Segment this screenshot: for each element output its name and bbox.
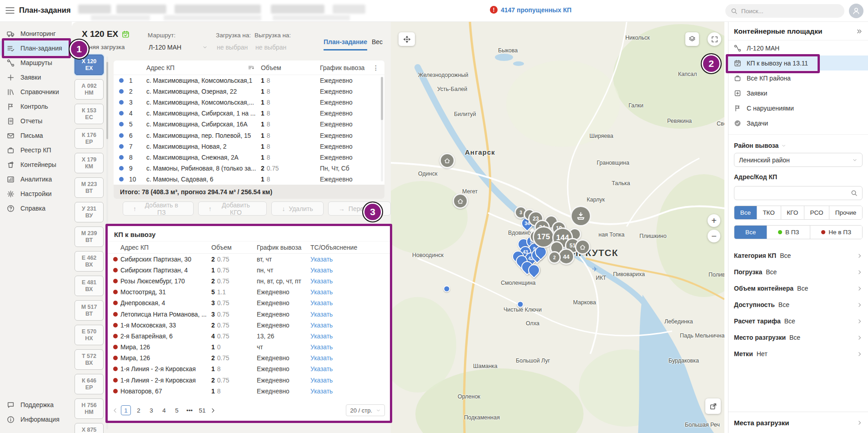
sidebar-item-help[interactable]: Справка [0,201,72,216]
sidebar-item-information[interactable]: Информация [0,412,72,427]
table-row[interactable]: 7 с. Максимовщина, Новая, 2 18 Ежедневно [114,141,384,152]
action-button[interactable]: ↑ Добавить в ПЗ [123,201,194,216]
vehicle-plate-card[interactable]: У 231 ВУ [75,202,104,222]
export-map-button[interactable] [705,398,721,414]
sidebar-item-settings[interactable]: Настройки [0,186,72,201]
page-number[interactable]: 1 [121,405,131,415]
layer-item-kp-for-pickup[interactable]: КП к вывозу на 13.11 [728,55,868,70]
table-row[interactable]: 3 с. Максимовщина, Комсомольская,... 18 … [114,97,384,108]
filter-row[interactable]: Метки Нет [728,346,868,362]
action-button[interactable]: ↑ Добавить КГО [198,201,267,216]
table-row[interactable]: Днепровская, 4 30.75 Ежедневно Указать [108,298,390,309]
specify-link[interactable]: Указать [310,322,390,329]
filter-row[interactable]: Объем контейнера Все [728,280,868,297]
layer-item-violations[interactable]: С нарушениями [728,101,868,116]
table-row[interactable]: 8 с. Максимовщина, Снежная, 2А 18 Ежедне… [114,152,384,163]
home-marker-icon[interactable] [575,239,590,255]
column-address[interactable]: Адрес КП [146,64,175,71]
table-row[interactable]: 1-я Линия - 2-я Кировская 18 Ежедневно У… [108,364,390,375]
sidebar-item-control[interactable]: Контроль [0,99,72,114]
action-button[interactable]: → Перенести [328,201,391,216]
sort-icon[interactable] [248,64,254,71]
table-row[interactable]: Мира, 126 20.75 Ежедневно Указать [108,353,390,364]
table-row[interactable]: 1 с. Максимовщина, Комсомольская,1 18 Еж… [114,75,384,86]
specify-link[interactable]: Указать [310,300,390,307]
collapse-panel-icon[interactable] [856,28,863,35]
page-size-select[interactable]: 20 / стр. [346,404,385,416]
vehicle-plate-card[interactable]: Х 179 КМ [75,153,104,173]
pan-tool-button[interactable] [399,32,415,46]
map-canvas[interactable]: БыковаНикольскЖелезнодорожныйУсть-БалейК… [390,22,724,433]
district-select[interactable]: Ленинский район [734,153,863,167]
column-schedule[interactable]: График вывоза [320,64,373,71]
specify-link[interactable]: Указать [310,344,390,351]
table-row[interactable]: Сибирских Партизан, 4 10.75 пн, чт Указа… [108,265,390,276]
filter-row[interactable]: Место разгрузки Все [728,329,868,346]
sidebar-item-requests[interactable]: Заявки [0,70,72,85]
vehicle-plate-card[interactable]: Е 462 ВХ [75,251,104,272]
table-row[interactable]: 6 с. Максимовщина, пер. Полевой, 15 18 Е… [114,130,384,141]
filter-row[interactable]: Расчет тарифа Все [728,313,868,329]
global-search-input[interactable]: Поиск... [725,4,844,18]
page-number[interactable]: 51 [197,405,207,415]
segment-button[interactable]: Все [734,206,757,219]
home-marker-icon[interactable] [439,153,455,168]
segment-button[interactable]: ТКО [757,206,781,219]
table-row[interactable]: 1-я Московская, 33 20.75 Ежедневно Указа… [108,320,390,331]
vehicle-plate-card[interactable]: Х 875 КЕ [75,423,104,433]
tab-plan-task[interactable]: План-задание [324,38,367,50]
layer-item-route[interactable]: Л-120 МАН [728,40,868,55]
unload-place-marker-icon[interactable] [570,206,591,227]
sidebar-item-support[interactable]: Поддержка [0,398,72,412]
sidebar-item-reports[interactable]: Отчеты [0,114,72,128]
segment-button[interactable]: Все [734,226,767,239]
filter-row[interactable]: Погрузка Все [728,264,868,280]
tab-weight[interactable]: Вес [372,38,383,45]
vehicle-plate-card[interactable]: М 223 ВТ [75,177,104,198]
sidebar-item-containers[interactable]: Контейнеры [0,157,72,172]
table-row[interactable]: Мира, 126 10 чт Указать [108,342,390,353]
district-label[interactable]: Район вывоза [728,138,868,152]
page-number[interactable]: ••• [185,405,195,415]
table-menu-icon[interactable]: ⋮ [373,64,384,71]
specify-link[interactable]: Указать [310,355,390,362]
table-row[interactable]: 2 с. Максимовщина, Озерная, 22 18 Ежедне… [114,86,384,97]
table-row[interactable]: 1-я Линия - 2-я Кировская 20.75 Ежедневн… [108,375,390,386]
next-page-icon[interactable] [210,408,216,413]
column-volume[interactable]: Объем [261,64,320,71]
column-address[interactable]: Адрес КП [120,244,211,251]
column-volume[interactable]: Объем [211,244,257,251]
specify-link[interactable]: Указать [310,267,390,274]
table-row[interactable]: 10 с. Мамоны, Садовая, 6 18 Ежедневно [114,174,384,185]
table-row[interactable]: Мостоотряд, 31 51.1 Ежедневно Указать [108,287,390,298]
vehicle-plate-card[interactable]: А 092 НМ [75,79,104,100]
table-row[interactable]: 9 с. Мамоны, Рябиновая, 8 (только за... … [114,163,384,174]
page-number[interactable]: 3 [146,405,156,415]
search-icon[interactable] [851,190,858,196]
table-scrollbar[interactable] [381,77,383,181]
segment-button[interactable]: РСО [804,206,829,219]
prev-page-icon[interactable] [112,408,118,413]
table-row[interactable]: Розы Люксембург, 170 20.75 пн, вт, ср, ч… [108,276,390,287]
specify-link[interactable]: Указать [310,289,390,296]
address-code-input[interactable] [734,186,863,200]
segment-button[interactable]: Прочие [829,206,862,219]
page-number[interactable]: 2 [134,405,144,415]
layer-item-tasks[interactable]: Задачи [728,116,868,131]
vehicle-plate-card[interactable]: Н 756 НМ [75,398,104,419]
hamburger-menu-icon[interactable] [5,7,15,14]
map-point-marker[interactable] [444,286,450,292]
map-point-marker[interactable] [517,301,524,308]
vehicle-plate-card[interactable]: К 176 ЕР [75,128,104,149]
home-marker-icon[interactable] [453,193,468,209]
layer-item-all-kp[interactable]: Все КП района [728,70,868,86]
vehicle-plate-card[interactable]: М 517 ВТ [75,300,104,321]
page-number[interactable]: 5 [172,405,182,415]
filter-row[interactable]: Доступность Все [728,297,868,313]
filter-row[interactable]: Категория КП Все [728,247,868,264]
specify-link[interactable]: Указать [310,311,390,318]
sidebar-item-kp-registry[interactable]: Реестр КП [0,143,72,157]
zoom-in-button[interactable]: + [708,214,720,227]
sidebar-item-routes[interactable]: Маршруты [0,55,72,70]
vehicle-plate-card[interactable]: К 646 ЕР [75,374,104,394]
